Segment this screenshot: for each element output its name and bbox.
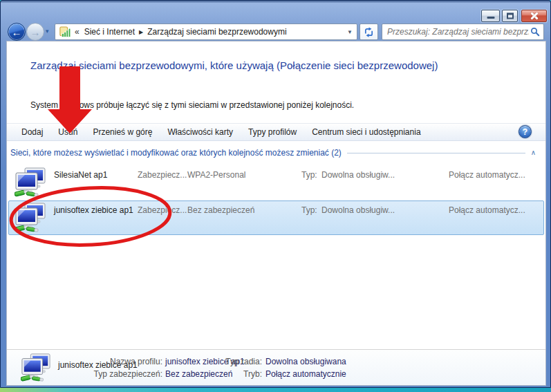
- mode-label: Tryb:: [194, 369, 262, 379]
- connect-mode: Połącz automatycz...: [449, 205, 525, 215]
- collapse-chevron-icon[interactable]: ∧: [531, 149, 536, 156]
- breadcrumb-item-manage-wireless[interactable]: Zarządzaj sieciami bezprzewodowymi: [146, 27, 288, 37]
- security-value: WPA2-Personal: [187, 170, 245, 180]
- network-icon: [15, 167, 46, 198]
- security-value: Bez zabezpieczeń: [187, 205, 254, 215]
- command-toolbar: Dodaj Usuń Przenieś w górę Właściwości k…: [7, 123, 545, 141]
- security-label: Zabezpiecz...: [138, 205, 187, 215]
- radio-type-value: Dowolna obsługiwana: [265, 357, 346, 366]
- forward-button[interactable]: →: [26, 23, 44, 41]
- maximize-icon: [507, 13, 514, 19]
- radio-type-label: Typ radia:: [194, 357, 262, 366]
- maximize-button[interactable]: [502, 10, 518, 22]
- page-title: Zarządzaj sieciami bezprzewodowymi, któr…: [30, 59, 438, 71]
- address-dropdown-icon[interactable]: ▼: [343, 29, 353, 35]
- search-input[interactable]: [386, 27, 530, 37]
- help-button[interactable]: ?: [519, 125, 532, 138]
- security-label: Zabezpiecz...: [138, 170, 187, 180]
- type-value: Dowolna obsługiw...: [321, 170, 395, 180]
- group-header-label: Sieci, które możesz wyświetlać i modyfik…: [10, 148, 342, 158]
- manage-wireless-networks-window: ← → ▾ « Sieć i Internet ▶ Zarządzaj siec…: [0, 0, 551, 388]
- breadcrumb-item-network-internet[interactable]: Sieć i Internet: [83, 27, 136, 37]
- network-name: SilesiaNet ap1: [54, 170, 107, 180]
- page-subtitle: System Windows próbuje łączyć się z tymi…: [30, 100, 354, 110]
- move-up-button[interactable]: Przenieś w górę: [85, 124, 160, 140]
- add-button[interactable]: Dodaj: [14, 124, 50, 140]
- network-name: junisoftex ziebice ap1: [54, 205, 133, 215]
- type-label: Typ:: [301, 205, 317, 215]
- minimize-icon: [487, 17, 494, 19]
- search-box[interactable]: [382, 24, 544, 40]
- minimize-button[interactable]: [481, 10, 500, 22]
- breadcrumb-overflow-icon[interactable]: «: [75, 27, 80, 37]
- back-button[interactable]: ←: [8, 23, 26, 41]
- refresh-button[interactable]: [359, 24, 378, 40]
- recent-pages-dropdown[interactable]: ▾: [46, 28, 49, 35]
- address-bar[interactable]: « Sieć i Internet ▶ Zarządzaj sieciami b…: [55, 24, 357, 40]
- network-row-junisoftex[interactable]: junisoftex ziebice ap1 Zabezpiecz... Bez…: [8, 200, 544, 235]
- close-button[interactable]: [521, 10, 547, 22]
- type-label: Typ:: [301, 170, 317, 180]
- type-value: Dowolna obsługiw...: [321, 205, 395, 215]
- screenshot-root: ← → ▾ « Sieć i Internet ▶ Zarządzaj siec…: [0, 0, 551, 392]
- adapter-properties-button[interactable]: Właściwości karty: [160, 124, 241, 140]
- client-area: Zarządzaj sieciami bezprzewodowymi, któr…: [6, 41, 546, 386]
- search-icon[interactable]: [530, 27, 540, 37]
- profile-types-button[interactable]: Typy profilów: [241, 124, 304, 140]
- profile-name-label: Nazwa profilu:: [48, 357, 162, 366]
- security-type-label: Typ zabezpieczeń:: [48, 369, 162, 379]
- help-icon: ?: [523, 127, 527, 137]
- wireless-network-icon: [59, 26, 71, 38]
- mode-value: Połącz automatycznie: [265, 369, 346, 379]
- forward-arrow-icon: →: [30, 27, 41, 37]
- connect-mode: Połącz automatycz...: [449, 170, 525, 180]
- network-icon: [15, 203, 46, 233]
- network-row-silesianet[interactable]: SilesiaNet ap1 Zabezpiecz... WPA2-Person…: [8, 165, 544, 200]
- group-header-rule: [347, 153, 525, 153]
- remove-button[interactable]: Usuń: [50, 124, 85, 140]
- network-sharing-center-button[interactable]: Centrum sieci i udostępniania: [304, 124, 428, 140]
- details-pane: junisoftex ziebice ap1 Nazwa profilu: ju…: [7, 349, 545, 385]
- refresh-icon: [364, 27, 374, 37]
- breadcrumb-separator-icon[interactable]: ▶: [139, 29, 143, 35]
- network-icon: [21, 353, 51, 382]
- back-arrow-icon: ←: [12, 27, 22, 37]
- list-group-header: Sieci, które możesz wyświetlać i modyfik…: [7, 144, 545, 162]
- desktop-background-strip: [0, 388, 551, 392]
